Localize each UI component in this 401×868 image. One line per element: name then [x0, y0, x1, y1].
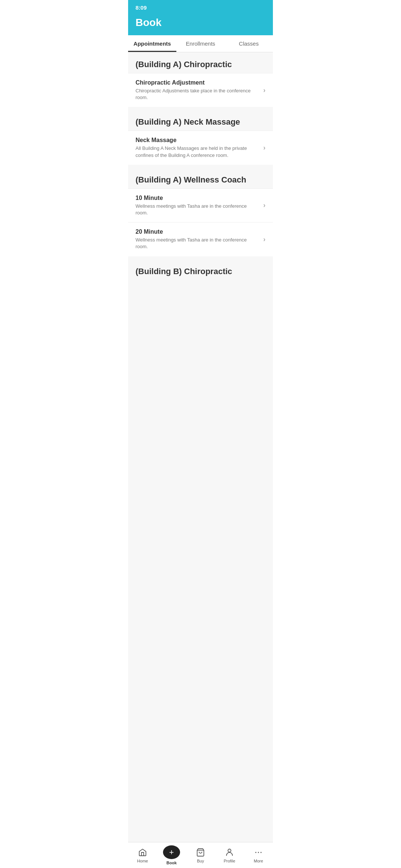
service-10-minute[interactable]: 10 Minute Wellness meetings with Tasha a…: [128, 189, 273, 223]
chevron-right-icon: ›: [263, 201, 265, 209]
nav-more[interactable]: More: [244, 842, 273, 854]
service-chiropractic-adjustment[interactable]: Chiropractic Adjustment Chiropractic Adj…: [128, 73, 273, 107]
svg-point-3: [258, 852, 259, 853]
nav-home[interactable]: Home: [128, 842, 157, 854]
chevron-right-icon: ›: [263, 86, 265, 94]
nav-profile[interactable]: Profile: [215, 842, 244, 854]
home-icon: [138, 848, 147, 854]
nav-book[interactable]: + Book: [157, 842, 186, 854]
profile-icon: [225, 848, 234, 854]
section-building-a-neck: (Building A) Neck Massage: [128, 110, 273, 131]
chevron-right-icon: ›: [263, 144, 265, 152]
service-neck-massage[interactable]: Neck Massage All Building A Neck Massage…: [128, 131, 273, 164]
svg-point-1: [228, 849, 231, 852]
services-group-1: Chiropractic Adjustment Chiropractic Adj…: [128, 73, 273, 107]
svg-point-4: [261, 852, 262, 853]
nav-buy[interactable]: Buy: [186, 842, 215, 854]
content-area: (Building A) Chiropractic Chiropractic A…: [128, 52, 273, 854]
services-group-2: Neck Massage All Building A Neck Massage…: [128, 131, 273, 164]
chevron-right-icon: ›: [263, 236, 265, 243]
status-time: 8:09: [136, 4, 147, 11]
tab-enrollments[interactable]: Enrollments: [176, 35, 225, 52]
tab-appointments[interactable]: Appointments: [128, 35, 176, 52]
bottom-nav: Home + Book Buy Profile: [128, 842, 273, 854]
buy-icon: [196, 848, 205, 854]
plus-icon: +: [169, 848, 174, 854]
section-building-a-wellness: (Building A) Wellness Coach: [128, 168, 273, 188]
more-icon: [254, 848, 263, 854]
tab-bar: Appointments Enrollments Classes: [128, 35, 273, 52]
section-building-b-chiro: (Building B) Chiropractic: [128, 259, 273, 280]
status-bar: 8:09: [128, 0, 273, 14]
services-group-3: 10 Minute Wellness meetings with Tasha a…: [128, 188, 273, 256]
svg-point-2: [255, 852, 257, 853]
section-building-a-chiro: (Building A) Chiropractic: [128, 52, 273, 73]
header: Book: [128, 14, 273, 35]
page-title: Book: [136, 17, 265, 29]
book-button[interactable]: +: [163, 845, 180, 854]
tab-classes[interactable]: Classes: [225, 35, 273, 52]
service-20-minute[interactable]: 20 Minute Wellness meetings with Tasha a…: [128, 223, 273, 256]
